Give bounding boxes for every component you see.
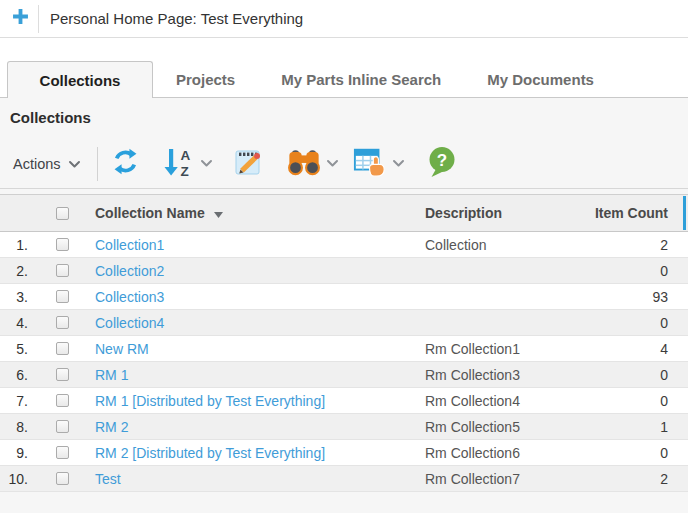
collection-name-link[interactable]: RM 2 [Distributed by Test Everything] — [95, 445, 325, 461]
item-count-cell: 0 — [565, 315, 668, 331]
table-row: 1.Collection1Collection2 — [0, 232, 688, 258]
svg-text:Z: Z — [180, 164, 188, 178]
collection-name-link[interactable]: New RM — [95, 341, 149, 357]
table-row: 4.Collection40 — [0, 310, 688, 336]
item-count-cell: 0 — [565, 445, 668, 461]
toolbar: Actions A Z — [0, 139, 688, 189]
description-cell: Rm Collection6 — [425, 445, 565, 461]
row-checkbox[interactable] — [56, 420, 69, 433]
row-number: 6. — [0, 367, 30, 383]
item-count-cell: 2 — [565, 237, 668, 253]
row-number: 1. — [0, 237, 30, 253]
title-bar: Personal Home Page: Test Everything — [0, 0, 688, 38]
table-row: 9.RM 2 [Distributed by Test Everything]R… — [0, 440, 688, 466]
row-checkbox[interactable] — [56, 368, 69, 381]
sort-dropdown-chevron-icon[interactable] — [200, 159, 213, 168]
actions-label: Actions — [13, 156, 61, 172]
select-columns-button[interactable] — [353, 146, 405, 182]
binoculars-search-icon — [287, 147, 321, 181]
item-count-cell: 0 — [565, 263, 668, 279]
row-number: 10. — [0, 471, 30, 487]
content-area: Collections Actions — [0, 98, 688, 513]
search-dropdown-chevron-icon[interactable] — [326, 159, 339, 168]
item-count-cell: 1 — [565, 419, 668, 435]
row-number: 9. — [0, 445, 30, 461]
sort-az-icon: A Z — [163, 146, 195, 182]
search-button[interactable] — [287, 147, 339, 181]
table-body: 1.Collection1Collection22.Collection203.… — [0, 232, 688, 492]
edit-icon — [233, 146, 265, 182]
table-header: Collection Name Description Item Count — [0, 194, 688, 232]
description-cell: Rm Collection5 — [425, 419, 565, 435]
row-checkbox[interactable] — [56, 238, 69, 251]
plus-icon — [10, 6, 31, 31]
section-title: Collections — [0, 98, 688, 126]
help-button[interactable]: ? — [427, 146, 457, 182]
table-row: 10.TestRm Collection72 — [0, 466, 688, 492]
table-row: 6.RM 1Rm Collection30 — [0, 362, 688, 388]
table-row: 2.Collection20 — [0, 258, 688, 284]
row-number: 7. — [0, 393, 30, 409]
table-row: 7.RM 1 [Distributed by Test Everything]R… — [0, 388, 688, 414]
row-checkbox[interactable] — [56, 342, 69, 355]
row-checkbox[interactable] — [56, 290, 69, 303]
collection-name-header-label: Collection Name — [95, 205, 205, 221]
refresh-icon — [110, 146, 141, 181]
row-checkbox[interactable] — [56, 394, 69, 407]
table-row: 8.RM 2Rm Collection51 — [0, 414, 688, 440]
collection-name-link[interactable]: RM 1 [Distributed by Test Everything] — [95, 393, 325, 409]
column-header-description[interactable]: Description — [425, 205, 565, 221]
row-number: 2. — [0, 263, 30, 279]
description-cell: Rm Collection1 — [425, 341, 565, 357]
chevron-down-icon — [68, 155, 81, 173]
row-checkbox[interactable] — [56, 472, 69, 485]
actions-menu-button[interactable]: Actions — [13, 155, 81, 173]
tab-bar: CollectionsProjectsMy Parts Inline Searc… — [0, 61, 688, 98]
tab-my-documents[interactable]: My Documents — [464, 62, 617, 98]
description-cell: Rm Collection3 — [425, 367, 565, 383]
collection-name-link[interactable]: Collection3 — [95, 289, 164, 305]
collection-name-link[interactable]: RM 1 — [95, 367, 128, 383]
row-number: 4. — [0, 315, 30, 331]
select-columns-icon — [353, 146, 387, 182]
row-number: 5. — [0, 341, 30, 357]
row-checkbox[interactable] — [56, 264, 69, 277]
add-tab-button[interactable] — [5, 4, 35, 34]
column-header-item-count[interactable]: Item Count — [565, 205, 668, 221]
tab-collections[interactable]: Collections — [7, 61, 153, 98]
item-count-cell: 2 — [565, 471, 668, 487]
collection-name-link[interactable]: Collection1 — [95, 237, 164, 253]
description-cell: Rm Collection4 — [425, 393, 565, 409]
toolbar-separator — [97, 147, 98, 181]
page-title: Personal Home Page: Test Everything — [50, 10, 303, 27]
tab-my-parts-inline-search[interactable]: My Parts Inline Search — [258, 62, 464, 98]
item-count-cell: 93 — [565, 289, 668, 305]
collection-name-link[interactable]: Collection2 — [95, 263, 164, 279]
tab-projects[interactable]: Projects — [153, 62, 258, 98]
edit-button[interactable] — [233, 146, 265, 182]
table-row: 5.New RMRm Collection14 — [0, 336, 688, 362]
refresh-button[interactable] — [110, 146, 141, 181]
table-row: 3.Collection393 — [0, 284, 688, 310]
sort-descending-icon — [214, 205, 223, 221]
collection-name-link[interactable]: Collection4 — [95, 315, 164, 331]
column-header-collection-name[interactable]: Collection Name — [95, 205, 425, 221]
scrollbar[interactable] — [683, 196, 686, 230]
row-checkbox[interactable] — [56, 446, 69, 459]
row-checkbox[interactable] — [56, 316, 69, 329]
item-count-cell: 4 — [565, 341, 668, 357]
columns-dropdown-chevron-icon[interactable] — [392, 159, 405, 168]
collection-name-link[interactable]: Test — [95, 471, 121, 487]
tab-gap — [0, 38, 688, 61]
item-count-cell: 0 — [565, 393, 668, 409]
select-all-checkbox[interactable] — [56, 207, 69, 220]
description-cell: Rm Collection7 — [425, 471, 565, 487]
svg-text:?: ? — [436, 150, 446, 169]
header-divider — [38, 5, 39, 33]
description-cell: Collection — [425, 237, 565, 253]
row-number: 3. — [0, 289, 30, 305]
svg-text:A: A — [180, 148, 190, 163]
collection-name-link[interactable]: RM 2 — [95, 419, 128, 435]
row-number: 8. — [0, 419, 30, 435]
sort-button[interactable]: A Z — [163, 146, 213, 182]
